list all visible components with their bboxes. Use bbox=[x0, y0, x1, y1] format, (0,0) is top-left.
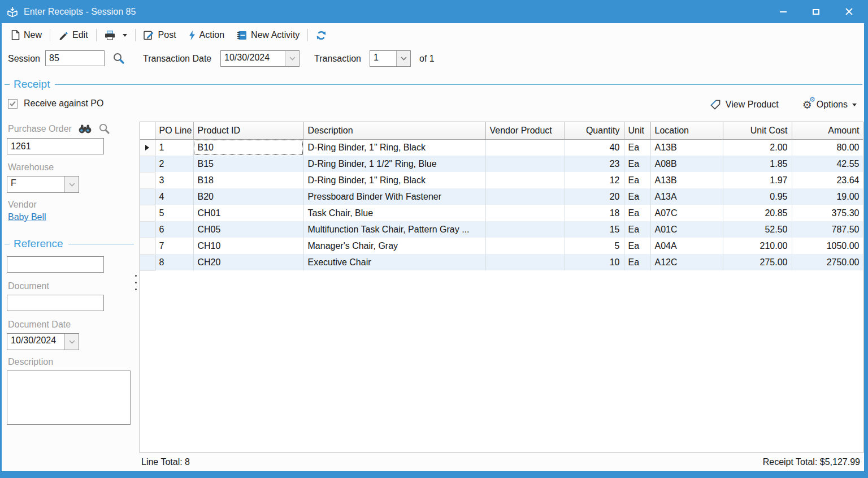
grid-column-header-amount[interactable]: Amount bbox=[792, 122, 863, 139]
grid-column-header-quantity[interactable]: Quantity bbox=[565, 122, 624, 139]
options-button[interactable]: ⚙⚙ Options bbox=[802, 100, 857, 110]
grid-column-header-po_line[interactable]: PO Line bbox=[155, 122, 193, 139]
grid-cell-amount[interactable]: 375.30 bbox=[792, 205, 863, 221]
grid-cell-unit_cost[interactable]: 210.00 bbox=[723, 238, 792, 254]
document-date-dropdown-button[interactable] bbox=[64, 334, 79, 350]
receive-against-po-checkbox[interactable] bbox=[8, 99, 18, 109]
grid-cell-location[interactable]: A13B bbox=[650, 172, 723, 188]
grid-column-header-vendor_product[interactable]: Vendor Product bbox=[485, 122, 565, 139]
grid-cell-product_id[interactable]: B20 bbox=[193, 188, 303, 205]
grid-cell-description[interactable]: D-Ring Binder, 1" Ring, Black bbox=[303, 172, 485, 188]
grid-cell-amount[interactable]: 2750.00 bbox=[792, 254, 863, 270]
grid-cell-unit[interactable]: Ea bbox=[624, 172, 650, 188]
grid-cell-vendor_product[interactable] bbox=[485, 139, 565, 156]
refresh-button[interactable] bbox=[313, 28, 330, 43]
transaction-date-combo[interactable]: 10/30/2024 bbox=[220, 50, 300, 67]
document-input[interactable] bbox=[7, 295, 104, 311]
grid-column-header-product_id[interactable]: Product ID bbox=[193, 122, 303, 139]
grid-cell-vendor_product[interactable] bbox=[485, 188, 565, 205]
grid-cell-unit[interactable]: Ea bbox=[624, 238, 650, 254]
grid-cell-location[interactable]: A08B bbox=[650, 156, 723, 172]
grid-cell-unit_cost[interactable]: 0.95 bbox=[723, 188, 792, 205]
grid-cell-unit_cost[interactable]: 20.85 bbox=[723, 205, 792, 221]
grid-cell-quantity[interactable]: 23 bbox=[565, 156, 624, 172]
grid-cell-quantity[interactable]: 40 bbox=[565, 139, 624, 156]
grid-cell-product_id[interactable]: CH20 bbox=[193, 254, 303, 270]
document-date-combo[interactable]: 10/30/2024 bbox=[7, 333, 79, 350]
grid-cell-po_line[interactable]: 5 bbox=[155, 205, 193, 221]
grid-cell-quantity[interactable]: 10 bbox=[565, 254, 624, 270]
warehouse-dropdown-button[interactable] bbox=[64, 176, 79, 192]
grid-cell-location[interactable]: A07C bbox=[650, 205, 723, 221]
grid-cell-po_line[interactable]: 1 bbox=[155, 139, 193, 156]
row-selector[interactable] bbox=[140, 188, 155, 205]
grid-cell-unit[interactable]: Ea bbox=[624, 254, 650, 270]
description-textarea[interactable] bbox=[7, 371, 131, 425]
binoculars-icon[interactable] bbox=[79, 124, 92, 134]
grid-cell-vendor_product[interactable] bbox=[485, 156, 565, 172]
grid-cell-vendor_product[interactable] bbox=[485, 205, 565, 221]
grid-column-header-unit_cost[interactable]: Unit Cost bbox=[723, 122, 792, 139]
row-selector[interactable] bbox=[140, 172, 155, 188]
grid-cell-quantity[interactable]: 18 bbox=[565, 205, 624, 221]
vendor-link[interactable]: Baby Bell bbox=[8, 212, 46, 222]
grid-cell-description[interactable]: D-Ring Binder, 1" Ring, Black bbox=[303, 139, 485, 156]
row-selector[interactable] bbox=[140, 238, 155, 254]
grid-cell-unit_cost[interactable]: 1.85 bbox=[723, 156, 792, 172]
grid-cell-location[interactable]: A13A bbox=[650, 188, 723, 205]
action-button[interactable]: Action bbox=[185, 28, 228, 42]
grid-cell-product_id[interactable]: CH05 bbox=[193, 221, 303, 238]
grid-cell-location[interactable]: A01C bbox=[650, 221, 723, 238]
grid-cell-quantity[interactable]: 12 bbox=[565, 172, 624, 188]
minimize-button[interactable] bbox=[771, 3, 796, 20]
new-button[interactable]: New bbox=[8, 28, 45, 42]
grid-cell-unit_cost[interactable]: 52.50 bbox=[723, 221, 792, 238]
grid-cell-amount[interactable]: 42.55 bbox=[792, 156, 863, 172]
grid-cell-location[interactable]: A12C bbox=[650, 254, 723, 270]
grid-cell-po_line[interactable]: 3 bbox=[155, 172, 193, 188]
grid-cell-vendor_product[interactable] bbox=[485, 221, 565, 238]
transaction-date-dropdown-button[interactable] bbox=[285, 51, 299, 66]
grid-column-header-description[interactable]: Description bbox=[303, 122, 485, 139]
row-selector[interactable] bbox=[140, 254, 155, 270]
grid-cell-amount[interactable]: 23.64 bbox=[792, 172, 863, 188]
transaction-combo[interactable]: 1 bbox=[370, 50, 411, 67]
grid-cell-unit[interactable]: Ea bbox=[624, 139, 650, 156]
warehouse-combo[interactable]: F bbox=[7, 176, 79, 193]
grid-cell-amount[interactable]: 1050.00 bbox=[792, 238, 863, 254]
row-selector[interactable] bbox=[140, 205, 155, 221]
grid-cell-unit[interactable]: Ea bbox=[624, 188, 650, 205]
grid-cell-description[interactable]: Multifunction Task Chair, Pattern Gray .… bbox=[303, 221, 485, 238]
grid-cell-description[interactable]: Task Chair, Blue bbox=[303, 205, 485, 221]
grid-cell-amount[interactable]: 787.50 bbox=[792, 221, 863, 238]
row-selector[interactable] bbox=[140, 156, 155, 172]
grid-cell-po_line[interactable]: 4 bbox=[155, 188, 193, 205]
grid-cell-location[interactable]: A04A bbox=[650, 238, 723, 254]
grid-cell-description[interactable]: Pressboard Binder With Fastener bbox=[303, 188, 485, 205]
grid-cell-amount[interactable]: 80.00 bbox=[792, 139, 863, 156]
grid-cell-product_id[interactable]: B15 bbox=[193, 156, 303, 172]
grid-cell-quantity[interactable]: 15 bbox=[565, 221, 624, 238]
grid-cell-amount[interactable]: 19.00 bbox=[792, 188, 863, 205]
grid-cell-product_id[interactable]: CH10 bbox=[193, 238, 303, 254]
grid-cell-unit[interactable]: Ea bbox=[624, 205, 650, 221]
purchase-order-search-icon[interactable] bbox=[98, 123, 110, 135]
view-product-button[interactable]: View Product bbox=[710, 99, 779, 110]
panel-splitter[interactable] bbox=[135, 275, 137, 290]
grid-cell-vendor_product[interactable] bbox=[485, 172, 565, 188]
new-activity-button[interactable]: New Activity bbox=[233, 28, 303, 42]
grid-cell-unit_cost[interactable]: 1.97 bbox=[723, 172, 792, 188]
edit-button[interactable]: Edit bbox=[55, 28, 92, 42]
grid-cell-po_line[interactable]: 7 bbox=[155, 238, 193, 254]
row-selector[interactable] bbox=[140, 139, 155, 156]
row-selector[interactable] bbox=[140, 221, 155, 238]
grid-cell-po_line[interactable]: 2 bbox=[155, 156, 193, 172]
grid-cell-product_id[interactable]: CH01 bbox=[193, 205, 303, 221]
grid-column-header-location[interactable]: Location bbox=[650, 122, 723, 139]
grid-cell-location[interactable]: A13B bbox=[650, 139, 723, 156]
grid-cell-unit_cost[interactable]: 275.00 bbox=[723, 254, 792, 270]
grid-cell-product_id[interactable]: B10 bbox=[193, 139, 303, 156]
grid-cell-unit[interactable]: Ea bbox=[624, 221, 650, 238]
print-dropdown-icon[interactable] bbox=[123, 34, 127, 37]
grid-cell-po_line[interactable]: 6 bbox=[155, 221, 193, 238]
